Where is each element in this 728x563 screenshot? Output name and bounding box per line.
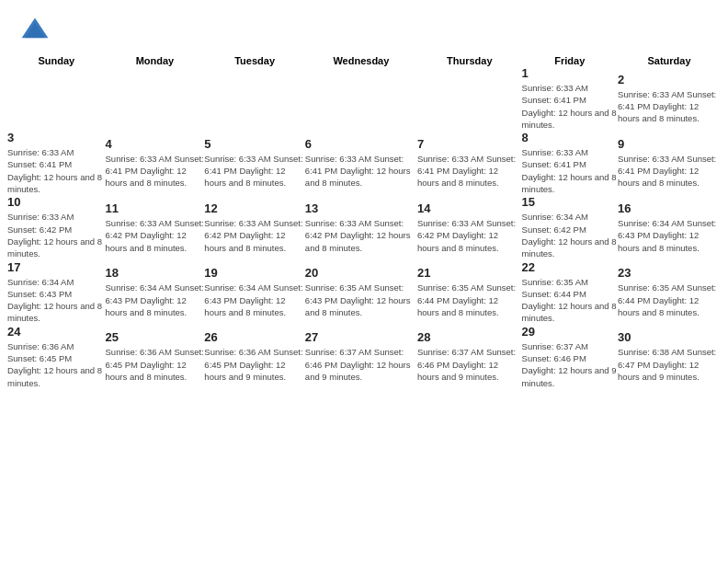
calendar-week-row: 1Sunrise: 6:33 AM Sunset: 6:41 PM Daylig… xyxy=(7,66,721,131)
page-header xyxy=(0,0,728,55)
day-info: Sunrise: 6:33 AM Sunset: 6:41 PM Dayligh… xyxy=(7,146,106,195)
calendar-cell xyxy=(204,66,305,131)
calendar-wrapper: SundayMondayTuesdayWednesdayThursdayFrid… xyxy=(0,55,728,396)
calendar-cell: 22Sunrise: 6:35 AM Sunset: 6:44 PM Dayli… xyxy=(522,260,618,325)
day-number: 8 xyxy=(522,131,618,144)
day-number: 3 xyxy=(7,131,106,144)
day-number: 16 xyxy=(618,201,721,215)
calendar-body: 1Sunrise: 6:33 AM Sunset: 6:41 PM Daylig… xyxy=(7,66,721,389)
day-number: 23 xyxy=(618,266,721,280)
calendar-header: SundayMondayTuesdayWednesdayThursdayFrid… xyxy=(7,55,721,66)
day-info: Sunrise: 6:35 AM Sunset: 6:44 PM Dayligh… xyxy=(522,276,618,325)
day-number: 24 xyxy=(7,325,106,339)
day-number: 7 xyxy=(417,137,522,151)
day-of-week-header: Friday xyxy=(522,55,618,66)
calendar-week-row: 17Sunrise: 6:34 AM Sunset: 6:43 PM Dayli… xyxy=(7,260,721,325)
day-number: 27 xyxy=(305,330,417,344)
calendar-cell: 2Sunrise: 6:33 AM Sunset: 6:41 PM Daylig… xyxy=(618,66,721,131)
day-info: Sunrise: 6:34 AM Sunset: 6:43 PM Dayligh… xyxy=(618,217,721,254)
calendar-cell: 6Sunrise: 6:33 AM Sunset: 6:41 PM Daylig… xyxy=(305,131,417,195)
day-number: 18 xyxy=(106,266,205,280)
calendar-cell: 30Sunrise: 6:38 AM Sunset: 6:47 PM Dayli… xyxy=(618,325,721,389)
day-number: 15 xyxy=(522,195,618,209)
day-info: Sunrise: 6:35 AM Sunset: 6:44 PM Dayligh… xyxy=(417,282,522,318)
day-info: Sunrise: 6:33 AM Sunset: 6:41 PM Dayligh… xyxy=(204,153,305,190)
day-number: 14 xyxy=(417,201,522,215)
calendar-cell: 12Sunrise: 6:33 AM Sunset: 6:42 PM Dayli… xyxy=(204,195,305,259)
day-of-week-header: Thursday xyxy=(417,55,522,66)
calendar-cell xyxy=(106,66,205,131)
day-info: Sunrise: 6:36 AM Sunset: 6:45 PM Dayligh… xyxy=(106,346,205,383)
day-number: 5 xyxy=(204,137,305,151)
day-info: Sunrise: 6:33 AM Sunset: 6:42 PM Dayligh… xyxy=(305,217,417,254)
calendar-cell: 14Sunrise: 6:33 AM Sunset: 6:42 PM Dayli… xyxy=(417,195,522,259)
calendar-cell: 3Sunrise: 6:33 AM Sunset: 6:41 PM Daylig… xyxy=(7,131,106,195)
day-of-week-header: Wednesday xyxy=(305,55,417,66)
calendar-cell: 19Sunrise: 6:34 AM Sunset: 6:43 PM Dayli… xyxy=(204,260,305,325)
day-number: 30 xyxy=(618,330,721,344)
day-info: Sunrise: 6:33 AM Sunset: 6:41 PM Dayligh… xyxy=(618,153,721,190)
day-number: 4 xyxy=(106,137,205,151)
logo-icon xyxy=(18,15,51,48)
day-info: Sunrise: 6:33 AM Sunset: 6:42 PM Dayligh… xyxy=(7,211,106,259)
days-of-week-row: SundayMondayTuesdayWednesdayThursdayFrid… xyxy=(7,55,721,66)
calendar-cell: 11Sunrise: 6:33 AM Sunset: 6:42 PM Dayli… xyxy=(106,195,205,259)
day-info: Sunrise: 6:34 AM Sunset: 6:42 PM Dayligh… xyxy=(522,211,618,259)
day-info: Sunrise: 6:33 AM Sunset: 6:41 PM Dayligh… xyxy=(417,153,522,190)
calendar-cell: 10Sunrise: 6:33 AM Sunset: 6:42 PM Dayli… xyxy=(7,195,106,259)
day-number: 26 xyxy=(204,330,305,344)
day-info: Sunrise: 6:33 AM Sunset: 6:41 PM Dayligh… xyxy=(305,153,417,190)
day-info: Sunrise: 6:35 AM Sunset: 6:43 PM Dayligh… xyxy=(305,282,417,318)
day-info: Sunrise: 6:38 AM Sunset: 6:47 PM Dayligh… xyxy=(618,346,721,383)
calendar-cell xyxy=(417,66,522,131)
day-info: Sunrise: 6:33 AM Sunset: 6:41 PM Dayligh… xyxy=(106,153,205,190)
day-info: Sunrise: 6:34 AM Sunset: 6:43 PM Dayligh… xyxy=(7,276,106,325)
day-info: Sunrise: 6:36 AM Sunset: 6:45 PM Dayligh… xyxy=(204,346,305,383)
calendar-cell: 29Sunrise: 6:37 AM Sunset: 6:46 PM Dayli… xyxy=(522,325,618,389)
calendar-cell: 9Sunrise: 6:33 AM Sunset: 6:41 PM Daylig… xyxy=(618,131,721,195)
calendar-cell: 21Sunrise: 6:35 AM Sunset: 6:44 PM Dayli… xyxy=(417,260,522,325)
day-info: Sunrise: 6:33 AM Sunset: 6:42 PM Dayligh… xyxy=(204,217,305,254)
calendar-cell: 27Sunrise: 6:37 AM Sunset: 6:46 PM Dayli… xyxy=(305,325,417,389)
calendar-cell: 20Sunrise: 6:35 AM Sunset: 6:43 PM Dayli… xyxy=(305,260,417,325)
day-number: 12 xyxy=(204,201,305,215)
day-info: Sunrise: 6:37 AM Sunset: 6:46 PM Dayligh… xyxy=(305,346,417,383)
calendar-cell: 23Sunrise: 6:35 AM Sunset: 6:44 PM Dayli… xyxy=(618,260,721,325)
calendar-cell: 18Sunrise: 6:34 AM Sunset: 6:43 PM Dayli… xyxy=(106,260,205,325)
day-number: 28 xyxy=(417,330,522,344)
day-number: 20 xyxy=(305,266,417,280)
day-info: Sunrise: 6:33 AM Sunset: 6:41 PM Dayligh… xyxy=(522,82,618,131)
calendar-cell: 1Sunrise: 6:33 AM Sunset: 6:41 PM Daylig… xyxy=(522,66,618,131)
day-number: 10 xyxy=(7,195,106,209)
calendar-cell xyxy=(305,66,417,131)
day-number: 21 xyxy=(417,266,522,280)
day-number: 1 xyxy=(522,66,618,80)
day-info: Sunrise: 6:37 AM Sunset: 6:46 PM Dayligh… xyxy=(417,346,522,383)
day-info: Sunrise: 6:33 AM Sunset: 6:42 PM Dayligh… xyxy=(106,217,205,254)
day-number: 22 xyxy=(522,260,618,274)
calendar-cell: 13Sunrise: 6:33 AM Sunset: 6:42 PM Dayli… xyxy=(305,195,417,259)
day-of-week-header: Tuesday xyxy=(204,55,305,66)
calendar-cell: 25Sunrise: 6:36 AM Sunset: 6:45 PM Dayli… xyxy=(106,325,205,389)
day-info: Sunrise: 6:34 AM Sunset: 6:43 PM Dayligh… xyxy=(204,282,305,318)
day-number: 25 xyxy=(106,330,205,344)
day-of-week-header: Monday xyxy=(106,55,205,66)
logo xyxy=(18,15,55,48)
calendar-cell: 17Sunrise: 6:34 AM Sunset: 6:43 PM Dayli… xyxy=(7,260,106,325)
day-info: Sunrise: 6:33 AM Sunset: 6:42 PM Dayligh… xyxy=(417,217,522,254)
calendar-week-row: 10Sunrise: 6:33 AM Sunset: 6:42 PM Dayli… xyxy=(7,195,721,259)
calendar-cell: 24Sunrise: 6:36 AM Sunset: 6:45 PM Dayli… xyxy=(7,325,106,389)
calendar-table: SundayMondayTuesdayWednesdayThursdayFrid… xyxy=(7,55,721,389)
day-number: 11 xyxy=(106,201,205,215)
day-info: Sunrise: 6:34 AM Sunset: 6:43 PM Dayligh… xyxy=(106,282,205,318)
day-number: 6 xyxy=(305,137,417,151)
day-number: 2 xyxy=(618,73,721,86)
calendar-cell: 5Sunrise: 6:33 AM Sunset: 6:41 PM Daylig… xyxy=(204,131,305,195)
day-number: 9 xyxy=(618,137,721,151)
day-info: Sunrise: 6:37 AM Sunset: 6:46 PM Dayligh… xyxy=(522,340,618,389)
day-of-week-header: Saturday xyxy=(618,55,721,66)
calendar-cell: 26Sunrise: 6:36 AM Sunset: 6:45 PM Dayli… xyxy=(204,325,305,389)
calendar-cell: 16Sunrise: 6:34 AM Sunset: 6:43 PM Dayli… xyxy=(618,195,721,259)
calendar-cell xyxy=(7,66,106,131)
calendar-week-row: 3Sunrise: 6:33 AM Sunset: 6:41 PM Daylig… xyxy=(7,131,721,195)
